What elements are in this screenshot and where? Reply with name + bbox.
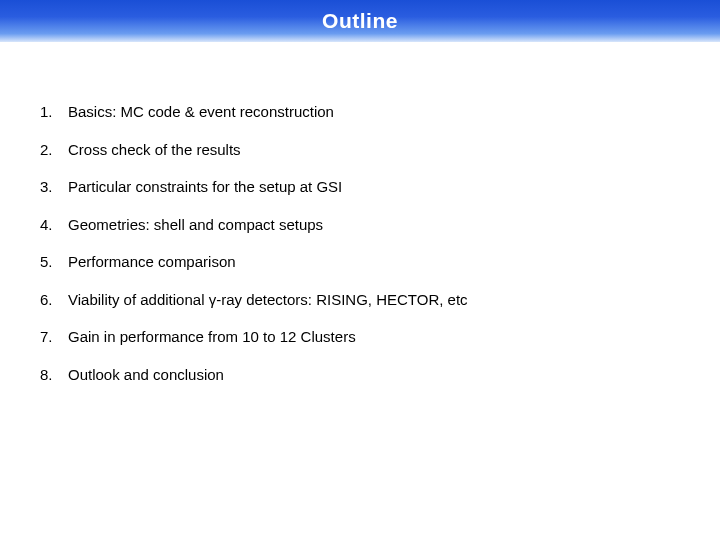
slide-content: Basics: MC code & event reconstruction C… [0, 42, 720, 384]
outline-list: Basics: MC code & event reconstruction C… [40, 102, 680, 384]
list-item: Basics: MC code & event reconstruction [40, 102, 680, 122]
slide-title: Outline [322, 9, 398, 33]
list-item: Geometries: shell and compact setups [40, 215, 680, 235]
list-item: Gain in performance from 10 to 12 Cluste… [40, 327, 680, 347]
title-bar: Outline [0, 0, 720, 42]
list-item: Cross check of the results [40, 140, 680, 160]
list-item: Viability of additional γ-ray detectors:… [40, 290, 680, 310]
list-item: Performance comparison [40, 252, 680, 272]
list-item: Outlook and conclusion [40, 365, 680, 385]
list-item: Particular constraints for the setup at … [40, 177, 680, 197]
